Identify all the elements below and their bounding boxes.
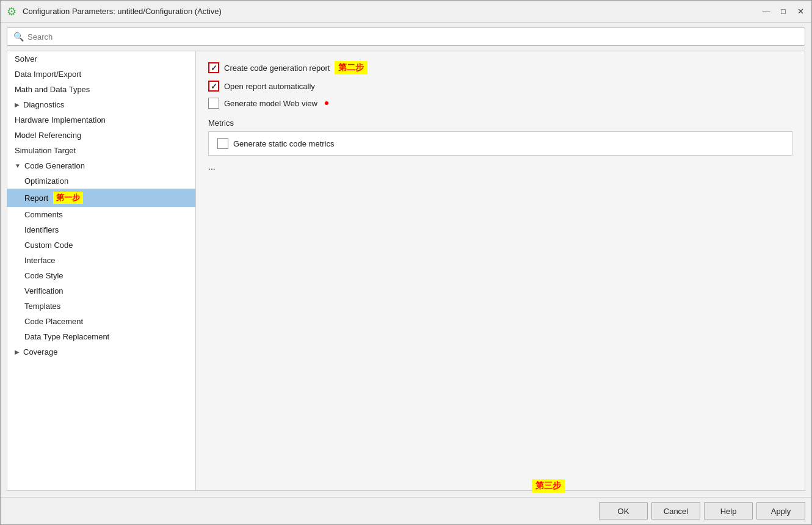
interface-label: Interface xyxy=(24,256,56,265)
option-row-create-report: ✓ Create code generation report 第二步 xyxy=(208,61,792,74)
model-referencing-label: Model Referencing xyxy=(15,131,81,140)
search-input[interactable] xyxy=(27,32,799,42)
checkbox-open-report[interactable]: ✓ xyxy=(208,81,219,92)
solver-label: Solver xyxy=(15,54,37,63)
comments-label: Comments xyxy=(24,210,63,219)
maximize-button[interactable]: □ xyxy=(777,5,789,18)
cancel-button[interactable]: Cancel xyxy=(651,502,700,520)
sidebar-item-report[interactable]: Report 第一步 xyxy=(7,189,195,207)
minimize-button[interactable]: — xyxy=(760,5,772,18)
window-controls: — □ ✕ xyxy=(760,5,807,18)
sidebar-item-optimization[interactable]: Optimization xyxy=(7,173,195,189)
sidebar-item-diagnostics[interactable]: ▶ Diagnostics xyxy=(7,97,195,112)
optimization-label: Optimization xyxy=(24,176,68,186)
sidebar-item-custom-code[interactable]: Custom Code xyxy=(7,237,195,253)
report-label: Report xyxy=(24,194,48,203)
sidebar-item-verification[interactable]: Verification xyxy=(7,283,195,299)
ellipsis: ... xyxy=(208,162,792,172)
code-style-label: Code Style xyxy=(24,271,63,280)
metrics-heading: Metrics xyxy=(208,118,792,128)
sidebar-item-interface[interactable]: Interface xyxy=(7,253,195,268)
apply-button[interactable]: Apply xyxy=(756,502,805,520)
metrics-section: Metrics Generate static code metrics xyxy=(208,118,792,156)
math-data-types-label: Math and Data Types xyxy=(15,85,90,94)
main-content: Solver Data Import/Export Math and Data … xyxy=(1,51,811,497)
ok-button[interactable]: OK xyxy=(599,502,648,520)
sidebar-item-hardware-implementation[interactable]: Hardware Implementation xyxy=(7,112,195,128)
data-import-export-label: Data Import/Export xyxy=(15,70,81,79)
open-report-label: Open report automatically xyxy=(224,82,315,91)
main-window: ⚙ Configuration Parameters: untitled/Con… xyxy=(0,0,812,525)
checkbox-create-report[interactable]: ✓ xyxy=(208,62,219,73)
sidebar-item-coverage[interactable]: ▶ Coverage xyxy=(7,344,195,360)
titlebar: ⚙ Configuration Parameters: untitled/Con… xyxy=(1,1,811,23)
code-generation-label: Code Generation xyxy=(24,161,85,170)
sidebar-item-comments[interactable]: Comments xyxy=(7,207,195,222)
code-generation-arrow: ▼ xyxy=(15,162,21,169)
app-icon: ⚙ xyxy=(5,5,18,18)
metrics-box: Generate static code metrics xyxy=(208,131,792,156)
sidebar-item-model-referencing[interactable]: Model Referencing xyxy=(7,128,195,143)
sidebar-item-code-generation[interactable]: ▼ Code Generation xyxy=(7,158,195,173)
content-panel: ✓ Create code generation report 第二步 ✓ Op… xyxy=(196,51,805,491)
custom-code-label: Custom Code xyxy=(24,241,73,250)
checkbox-web-view[interactable] xyxy=(208,98,219,109)
option-row-open-report: ✓ Open report automatically xyxy=(208,81,792,92)
identifiers-label: Identifiers xyxy=(24,225,59,234)
coverage-label: Coverage xyxy=(23,347,57,357)
red-dot-indicator xyxy=(325,101,328,105)
sidebar-item-data-import-export[interactable]: Data Import/Export xyxy=(7,67,195,82)
sidebar-item-code-style[interactable]: Code Style xyxy=(7,268,195,283)
hardware-implementation-label: Hardware Implementation xyxy=(15,115,106,125)
web-view-label: Generate model Web view xyxy=(224,99,317,108)
simulation-target-label: Simulation Target xyxy=(15,146,76,155)
templates-label: Templates xyxy=(24,302,60,311)
sidebar-item-templates[interactable]: Templates xyxy=(7,299,195,314)
coverage-arrow: ▶ xyxy=(15,349,20,355)
sidebar-item-code-placement[interactable]: Code Placement xyxy=(7,314,195,329)
static-metrics-label: Generate static code metrics xyxy=(233,139,334,148)
sidebar-item-data-type-replacement[interactable]: Data Type Replacement xyxy=(7,329,195,344)
help-button[interactable]: Help xyxy=(704,502,753,520)
checkmark-icon: ✓ xyxy=(211,63,217,73)
checkbox-static-metrics[interactable] xyxy=(217,138,228,149)
footer: 第三步 OK Cancel Help Apply xyxy=(1,497,811,524)
sidebar-item-solver[interactable]: Solver xyxy=(7,51,195,67)
search-bar[interactable]: 🔍 xyxy=(7,27,805,46)
data-type-replacement-label: Data Type Replacement xyxy=(24,332,109,341)
checkmark2-icon: ✓ xyxy=(211,82,217,91)
sidebar-item-simulation-target[interactable]: Simulation Target xyxy=(7,143,195,158)
diagnostics-label: Diagnostics xyxy=(23,100,64,109)
sidebar-item-identifiers[interactable]: Identifiers xyxy=(7,222,195,237)
code-placement-label: Code Placement xyxy=(24,317,83,326)
sidebar: Solver Data Import/Export Math and Data … xyxy=(7,51,196,491)
step2-annotation: 第二步 xyxy=(335,61,368,74)
diagnostics-arrow: ▶ xyxy=(15,101,20,108)
create-report-label: Create code generation report xyxy=(224,63,330,73)
search-icon: 🔍 xyxy=(13,32,24,42)
step1-annotation: 第一步 xyxy=(53,192,83,204)
close-button[interactable]: ✕ xyxy=(794,5,807,18)
option-row-web-view: Generate model Web view xyxy=(208,98,792,109)
window-title: Configuration Parameters: untitled/Confi… xyxy=(23,7,760,16)
sidebar-item-math-data-types[interactable]: Math and Data Types xyxy=(7,82,195,97)
verification-label: Verification xyxy=(24,286,63,295)
step3-annotation: 第三步 xyxy=(532,479,565,493)
